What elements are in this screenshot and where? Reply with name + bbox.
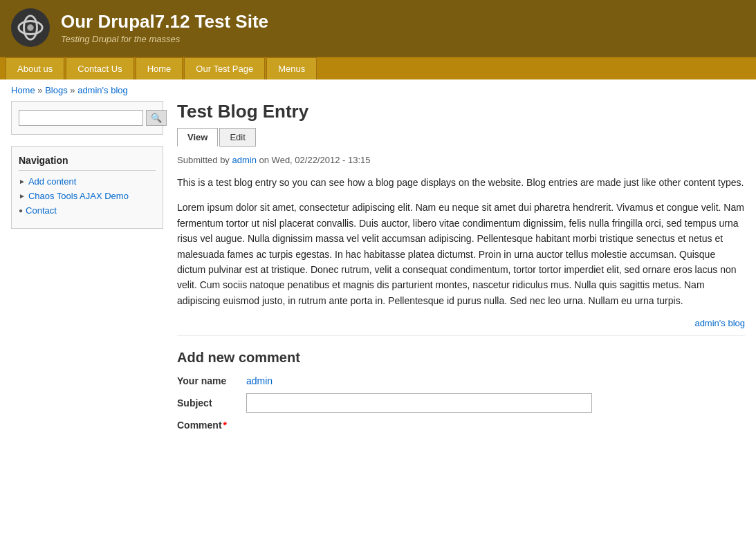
blog-body: This is a test blog entry so you can see… <box>177 175 745 308</box>
site-title: Our Drupal7.12 Test Site <box>61 11 268 32</box>
search-box: 🔍 <box>11 101 163 135</box>
comment-field: Comment* <box>177 420 745 431</box>
breadcrumb-blogs[interactable]: Blogs <box>45 85 68 95</box>
nav-link-contact[interactable]: Contact <box>26 205 57 216</box>
tab-edit[interactable]: Edit <box>219 128 255 147</box>
main-navigation: About usContact UsHomeOur Test PageMenus <box>0 57 756 79</box>
breadcrumb-home[interactable]: Home <box>11 85 35 95</box>
nav-link-chaos-tools[interactable]: Chaos Tools AJAX Demo <box>28 191 129 201</box>
sidebar: 🔍 Navigation ► Add content ► Chaos Tools… <box>11 101 163 438</box>
nav-link-add-content[interactable]: Add content <box>28 176 76 187</box>
blog-footer-link: admin's blog <box>177 318 745 336</box>
blog-paragraph-2: Lorem ipsum dolor sit amet, consectetur … <box>177 200 745 308</box>
nav-item-about-us[interactable]: About us <box>6 57 64 79</box>
your-name-label: Your name <box>177 375 239 386</box>
breadcrumb-admins-blog[interactable]: admin's blog <box>77 85 128 95</box>
navigation-block-title: Navigation <box>19 155 156 171</box>
your-name-value: admin <box>246 375 273 386</box>
nav-item-chaos-tools: ► Chaos Tools AJAX Demo <box>19 191 156 201</box>
nav-item-menus[interactable]: Menus <box>266 57 317 79</box>
admin-blog-link[interactable]: admin's blog <box>694 318 745 328</box>
arrow-icon-2: ► <box>19 192 26 200</box>
author-link[interactable]: admin <box>232 155 257 165</box>
navigation-block: Navigation ► Add content ► Chaos Tools A… <box>11 146 163 229</box>
main-layout: 🔍 Navigation ► Add content ► Chaos Tools… <box>0 101 756 451</box>
breadcrumb: Home » Blogs » admin's blog <box>0 79 756 101</box>
search-input[interactable] <box>19 110 143 126</box>
svg-point-2 <box>27 24 34 31</box>
your-name-field: Your name admin <box>177 375 745 386</box>
nav-item-contact: ● Contact <box>19 205 156 216</box>
nav-item-contact-us[interactable]: Contact Us <box>66 57 133 79</box>
arrow-icon: ► <box>19 178 26 185</box>
blog-paragraph-1: This is a test blog entry so you can see… <box>177 175 745 190</box>
comment-section-title: Add new comment <box>177 350 745 366</box>
site-slogan: Testing Drupal for the masses <box>61 34 268 44</box>
page-title: Test Blog Entry <box>177 101 745 122</box>
content-tabs: View Edit <box>177 128 745 147</box>
content-area: Test Blog Entry View Edit Submitted by a… <box>177 101 745 438</box>
tab-view[interactable]: View <box>177 128 218 147</box>
submitted-info: Submitted by admin on Wed, 02/22/2012 - … <box>177 155 745 165</box>
subject-field: Subject <box>177 393 745 413</box>
bullet-icon: ● <box>19 207 23 214</box>
subject-input[interactable] <box>246 393 592 413</box>
nav-item-home[interactable]: Home <box>136 57 183 79</box>
site-header: Our Drupal7.12 Test Site Testing Drupal … <box>0 0 756 57</box>
subject-label: Subject <box>177 397 239 409</box>
search-form: 🔍 <box>19 110 156 126</box>
search-button[interactable]: 🔍 <box>146 110 167 126</box>
site-logo <box>11 8 50 47</box>
comment-label: Comment* <box>177 420 239 431</box>
header-text: Our Drupal7.12 Test Site Testing Drupal … <box>61 11 268 44</box>
nav-item-our-test-page[interactable]: Our Test Page <box>184 57 265 79</box>
required-indicator: * <box>223 420 227 431</box>
comment-section: Add new comment Your name admin Subject … <box>177 350 745 431</box>
nav-item-add-content: ► Add content <box>19 176 156 187</box>
